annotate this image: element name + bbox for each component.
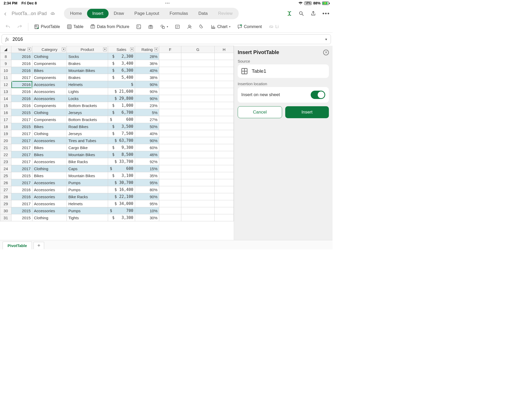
row-header[interactable]: 21 <box>0 144 11 151</box>
cell-category[interactable]: Accessories <box>32 193 66 200</box>
cell-year[interactable]: 2015 <box>11 123 32 130</box>
cell-product[interactable]: Jerseys <box>67 109 108 116</box>
cell-rating[interactable]: 46% <box>135 151 159 158</box>
comment-button[interactable]: Comment <box>235 23 264 31</box>
cell-rating[interactable]: 28% <box>135 53 159 60</box>
cell-product[interactable]: Tights <box>67 214 108 221</box>
table-row[interactable]: 92016ComponentsBrakes$ 3,40036% <box>0 60 234 67</box>
cell-empty[interactable] <box>159 144 181 151</box>
table-row[interactable]: 112017ComponentsBrakes$ 5,40038% <box>0 74 234 81</box>
tab-draw[interactable]: Draw <box>109 9 129 18</box>
sheet-tab-active[interactable]: PivotTable <box>3 242 32 249</box>
cell-rating[interactable]: 35% <box>135 172 159 179</box>
cell-empty[interactable] <box>215 109 234 116</box>
cell-sales[interactable]: $ 700 <box>108 207 135 214</box>
table-row[interactable]: 252015BikesMountain Bikes$ 3,10035% <box>0 172 234 179</box>
cell-empty[interactable] <box>159 137 181 144</box>
source-selector[interactable]: Table1 <box>238 64 329 78</box>
cell-rating[interactable]: 40% <box>135 130 159 137</box>
cell-category[interactable]: Clothing <box>32 130 66 137</box>
formula-value[interactable]: 2016 <box>12 37 322 42</box>
cell-category[interactable]: Bikes <box>32 151 66 158</box>
cell-sales[interactable]: $ 16,400 <box>108 186 135 193</box>
cell-empty[interactable] <box>159 179 181 186</box>
cell-category[interactable]: Accessories <box>32 186 66 193</box>
cell-empty[interactable] <box>159 214 181 221</box>
table-row[interactable]: 82016ClothingSocks$ 2,30028% <box>0 53 234 60</box>
cell-empty[interactable] <box>159 88 181 95</box>
add-sheet-button[interactable]: + <box>34 242 44 249</box>
cell-sales[interactable]: $ 33,700 <box>108 158 135 165</box>
table-row[interactable]: 152016ComponentsBottom Brackets$ 1,00023… <box>0 102 234 109</box>
cell-product[interactable]: Mountain Bikes <box>67 67 108 74</box>
table-row[interactable]: 302015AccessoriesPumps$ 70010% <box>0 207 234 214</box>
col-h[interactable]: H <box>215 46 234 53</box>
cell-year[interactable]: 2016 <box>11 102 32 109</box>
row-header[interactable]: 29 <box>0 200 11 207</box>
cell-empty[interactable] <box>215 116 234 123</box>
cell-empty[interactable] <box>215 88 234 95</box>
row-header[interactable]: 30 <box>0 207 11 214</box>
tab-insert[interactable]: Insert <box>87 9 109 18</box>
cell-empty[interactable] <box>181 186 215 193</box>
cell-category[interactable]: Accessories <box>32 179 66 186</box>
cell-product[interactable]: Bottom Brackets <box>67 116 108 123</box>
cell-empty[interactable] <box>215 53 234 60</box>
table-row[interactable]: 182015BikesRoad Bikes$ 3,50050% <box>0 123 234 130</box>
header-rating[interactable]: Rating▼ <box>135 46 159 53</box>
cell-year[interactable]: 2016 <box>11 60 32 67</box>
cell-empty[interactable] <box>215 60 234 67</box>
spreadsheet[interactable]: ◢ Year▼ Category▼ Product▼ Sales▼ Rating… <box>0 46 234 240</box>
copilot-icon[interactable] <box>287 11 292 16</box>
cell-empty[interactable] <box>181 81 215 88</box>
select-all-corner[interactable]: ◢ <box>0 46 11 53</box>
cell-product[interactable]: Socks <box>67 53 108 60</box>
cell-sales[interactable]: $ 7,500 <box>108 130 135 137</box>
cell-category[interactable]: Accessories <box>32 88 66 95</box>
cell-category[interactable]: Accessories <box>32 200 66 207</box>
cell-rating[interactable]: 90% <box>135 137 159 144</box>
cell-product[interactable]: Pumps <box>67 207 108 214</box>
cell-category[interactable]: Components <box>32 116 66 123</box>
cell-sales[interactable]: $ 600 <box>108 165 135 172</box>
table-row[interactable]: 102016BikesMountain Bikes$ 6,30040% <box>0 67 234 74</box>
cell-empty[interactable] <box>215 144 234 151</box>
cell-product[interactable]: Bike Racks <box>67 158 108 165</box>
cell-sales[interactable]: $ 63,700 <box>108 137 135 144</box>
insert-button[interactable]: Insert <box>285 106 329 118</box>
row-header[interactable]: 11 <box>0 74 11 81</box>
cell-year[interactable]: 2016 <box>11 88 32 95</box>
multitask-dots[interactable]: ••• <box>37 1 299 5</box>
row-header[interactable]: 14 <box>0 95 11 102</box>
share-icon[interactable] <box>310 11 316 16</box>
cell-rating[interactable]: 5% <box>135 109 159 116</box>
cell-empty[interactable] <box>159 60 181 67</box>
cell-year[interactable]: 2016 <box>11 81 32 88</box>
cell-empty[interactable] <box>159 116 181 123</box>
table-row[interactable]: 202017AccessoriesTires and Tubes$ 63,700… <box>0 137 234 144</box>
cell-category[interactable]: Clothing <box>32 214 66 221</box>
cell-empty[interactable] <box>181 151 215 158</box>
cell-empty[interactable] <box>215 158 234 165</box>
cell-product[interactable]: Lights <box>67 88 108 95</box>
cell-empty[interactable] <box>159 109 181 116</box>
row-header[interactable]: 24 <box>0 165 11 172</box>
textbox-button[interactable] <box>172 23 183 31</box>
cell-category[interactable]: Bikes <box>32 67 66 74</box>
header-category[interactable]: Category▼ <box>32 46 66 53</box>
undo-button[interactable] <box>3 23 13 31</box>
cell-empty[interactable] <box>159 95 181 102</box>
cell-category[interactable]: Accessories <box>32 158 66 165</box>
cell-rating[interactable]: 36% <box>135 60 159 67</box>
tab-page-layout[interactable]: Page Layout <box>129 9 164 18</box>
cell-year[interactable]: 2016 <box>11 67 32 74</box>
row-header[interactable]: 31 <box>0 214 11 221</box>
cell-empty[interactable] <box>159 130 181 137</box>
cell-empty[interactable] <box>159 193 181 200</box>
cell-rating[interactable]: 38% <box>135 74 159 81</box>
cell-empty[interactable] <box>215 81 234 88</box>
cell-empty[interactable] <box>181 109 215 116</box>
new-sheet-toggle[interactable] <box>311 91 325 99</box>
cell-year[interactable]: 2017 <box>11 179 32 186</box>
cell-sales[interactable]: $ 3,100 <box>108 172 135 179</box>
